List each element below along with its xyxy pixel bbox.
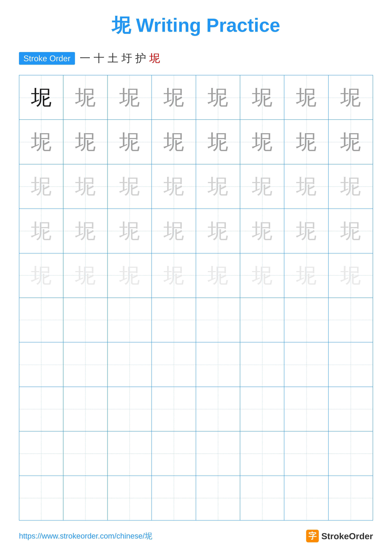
grid-cell[interactable]	[240, 298, 284, 342]
cell-character: 坭	[31, 132, 51, 152]
grid-cell[interactable]	[64, 342, 107, 387]
grid-cell[interactable]	[196, 342, 240, 387]
grid-cell[interactable]	[108, 298, 152, 342]
grid-cell[interactable]: 坭	[108, 120, 152, 164]
grid-cell[interactable]	[196, 387, 240, 431]
grid-row: 坭坭坭坭坭坭坭坭	[19, 75, 373, 120]
grid-cell[interactable]	[64, 298, 107, 342]
grid-cell[interactable]	[240, 342, 284, 387]
grid-cell[interactable]	[108, 476, 152, 520]
grid-cell[interactable]	[19, 298, 64, 342]
grid-cell[interactable]	[240, 476, 284, 520]
grid-cell[interactable]: 坭	[64, 120, 107, 164]
grid-cell[interactable]	[152, 476, 196, 520]
grid-cell[interactable]	[152, 298, 196, 342]
grid-cell[interactable]	[328, 387, 373, 431]
grid-cell[interactable]	[108, 387, 152, 431]
cell-character: 坭	[252, 176, 272, 197]
cell-character: 坭	[164, 176, 184, 197]
grid-cell[interactable]: 坭	[196, 164, 240, 209]
grid-cell[interactable]	[108, 431, 152, 475]
cell-character: 坭	[296, 87, 317, 108]
cell-character: 坭	[252, 132, 272, 152]
grid-cell[interactable]	[108, 342, 152, 387]
grid-cell[interactable]: 坭	[240, 120, 284, 164]
grid-cell[interactable]: 坭	[19, 75, 64, 119]
grid-cell[interactable]: 坭	[328, 254, 373, 298]
grid-cell[interactable]: 坭	[108, 75, 152, 119]
grid-cell[interactable]	[328, 476, 373, 520]
cell-character: 坭	[164, 132, 184, 152]
grid-cell[interactable]	[284, 342, 328, 387]
grid-cell[interactable]: 坭	[152, 254, 196, 298]
grid-cell[interactable]: 坭	[19, 120, 64, 164]
grid-cell[interactable]: 坭	[64, 209, 107, 253]
grid-cell[interactable]: 坭	[240, 254, 284, 298]
cell-character: 坭	[208, 87, 228, 108]
grid-cell[interactable]	[64, 476, 107, 520]
stroke-step-6: 坭	[149, 51, 160, 66]
grid-cell[interactable]	[19, 387, 64, 431]
stroke-step-5: 护	[135, 51, 146, 66]
grid-cell[interactable]: 坭	[240, 75, 284, 119]
grid-cell[interactable]	[152, 431, 196, 475]
grid-cell[interactable]: 坭	[196, 75, 240, 119]
grid-cell[interactable]	[64, 431, 107, 475]
grid-cell[interactable]	[328, 342, 373, 387]
grid-cell[interactable]: 坭	[284, 75, 328, 119]
grid-cell[interactable]: 坭	[328, 120, 373, 164]
grid-cell[interactable]	[284, 298, 328, 342]
grid-cell[interactable]: 坭	[64, 75, 107, 119]
grid-cell[interactable]	[284, 387, 328, 431]
grid-cell[interactable]	[240, 431, 284, 475]
grid-cell[interactable]: 坭	[328, 164, 373, 209]
grid-cell[interactable]: 坭	[19, 209, 64, 253]
cell-character: 坭	[75, 132, 96, 152]
grid-cell[interactable]: 坭	[196, 120, 240, 164]
practice-grid: 坭坭坭坭坭坭坭坭坭坭坭坭坭坭坭坭坭坭坭坭坭坭坭坭坭坭坭坭坭坭坭坭坭坭坭坭坭坭坭坭	[19, 75, 373, 520]
grid-cell[interactable]	[152, 342, 196, 387]
grid-cell[interactable]: 坭	[108, 254, 152, 298]
grid-cell[interactable]	[19, 342, 64, 387]
grid-cell[interactable]: 坭	[284, 209, 328, 253]
grid-cell[interactable]: 坭	[152, 209, 196, 253]
grid-cell[interactable]: 坭	[328, 75, 373, 119]
grid-cell[interactable]: 坭	[284, 254, 328, 298]
grid-cell[interactable]: 坭	[64, 254, 107, 298]
grid-cell[interactable]: 坭	[240, 209, 284, 253]
grid-cell[interactable]: 坭	[152, 120, 196, 164]
grid-cell[interactable]: 坭	[284, 164, 328, 209]
grid-row	[19, 342, 373, 387]
grid-cell[interactable]	[196, 476, 240, 520]
grid-cell[interactable]: 坭	[19, 254, 64, 298]
grid-cell[interactable]	[19, 431, 64, 475]
cell-character: 坭	[119, 265, 140, 286]
grid-cell[interactable]: 坭	[108, 209, 152, 253]
grid-cell[interactable]	[196, 298, 240, 342]
grid-cell[interactable]	[240, 387, 284, 431]
grid-cell[interactable]	[196, 431, 240, 475]
grid-cell[interactable]: 坭	[19, 164, 64, 209]
grid-cell[interactable]: 坭	[152, 164, 196, 209]
cell-character: 坭	[31, 265, 51, 286]
grid-cell[interactable]: 坭	[328, 209, 373, 253]
cell-character: 坭	[252, 221, 272, 241]
grid-cell[interactable]: 坭	[284, 120, 328, 164]
grid-cell[interactable]	[64, 387, 107, 431]
grid-cell[interactable]	[19, 476, 64, 520]
grid-cell[interactable]: 坭	[108, 164, 152, 209]
grid-cell[interactable]: 坭	[152, 75, 196, 119]
grid-cell[interactable]	[328, 298, 373, 342]
grid-cell[interactable]: 坭	[240, 164, 284, 209]
grid-cell[interactable]: 坭	[196, 254, 240, 298]
grid-cell[interactable]: 坭	[196, 209, 240, 253]
cell-character: 坭	[75, 176, 96, 197]
grid-cell[interactable]	[152, 387, 196, 431]
cell-character: 坭	[296, 265, 317, 286]
grid-cell[interactable]	[284, 476, 328, 520]
grid-cell[interactable]	[328, 431, 373, 475]
grid-cell[interactable]	[284, 431, 328, 475]
grid-cell[interactable]: 坭	[64, 164, 107, 209]
cell-character: 坭	[340, 221, 361, 241]
brand-icon: 字	[306, 530, 319, 542]
